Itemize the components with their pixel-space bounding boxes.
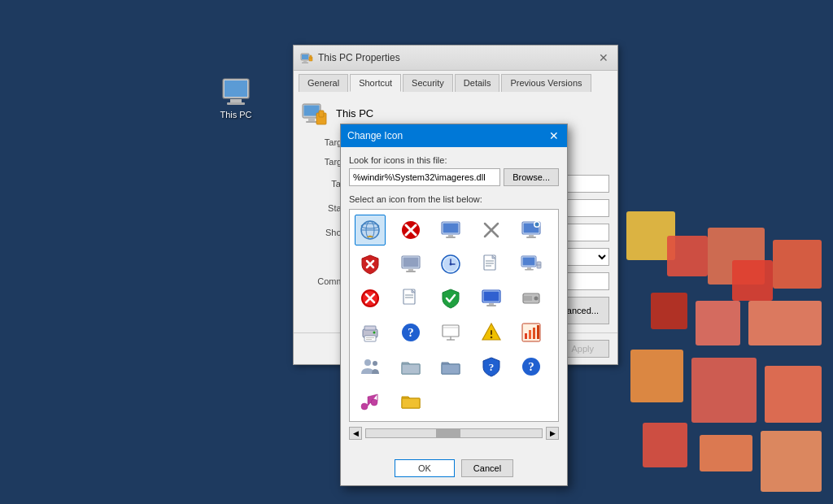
svg-rect-31 [529, 235, 534, 237]
icon-cell-monitor[interactable] [435, 215, 466, 245]
svg-rect-5 [302, 54, 308, 59]
decorative-square [696, 301, 740, 345]
icon-cell-red-circle-x[interactable] [355, 283, 386, 314]
dialog-file-label: Look for icons in this file: [349, 155, 559, 165]
icon-cell-document-blank[interactable] [395, 283, 426, 314]
svg-rect-75 [366, 337, 374, 338]
icon-cell-shield-green[interactable] [435, 283, 466, 314]
dialog-ok-button[interactable]: OK [395, 459, 455, 477]
decorative-square [643, 423, 687, 467]
tab-details[interactable]: Details [455, 74, 500, 92]
icon-cell-shield-red[interactable] [355, 249, 386, 280]
properties-close-button[interactable]: ✕ [596, 50, 611, 65]
decorative-square [630, 350, 683, 402]
icon-cell-help-blue[interactable]: ? [395, 317, 426, 348]
svg-rect-64 [483, 292, 499, 302]
svg-rect-32 [526, 237, 536, 238]
desktop-icon-label: This PC [220, 110, 251, 119]
dialog-close-button[interactable]: ✕ [547, 129, 560, 142]
properties-titlebar: This PC Properties ✕ [294, 46, 617, 71]
decorative-square [667, 236, 708, 276]
tab-security[interactable]: Security [403, 74, 453, 92]
svg-rect-9 [310, 55, 312, 59]
icon-cell-folder-open[interactable] [435, 351, 466, 382]
icon-cell-presentation[interactable] [435, 317, 466, 348]
icon-cell-music-note[interactable] [355, 385, 386, 416]
shortcut-name: This PC [336, 107, 373, 119]
icon-cell-monitor-gray[interactable] [395, 249, 426, 280]
icon-cell-users[interactable] [355, 351, 386, 382]
svg-rect-25 [448, 235, 453, 237]
tab-previous-versions[interactable]: Previous Versions [501, 74, 591, 92]
icon-cell-printer[interactable] [355, 317, 386, 348]
svg-text:?: ? [489, 361, 495, 373]
svg-point-68 [534, 297, 539, 301]
svg-rect-3 [227, 102, 245, 105]
svg-text:?: ? [529, 360, 535, 373]
svg-point-93 [373, 361, 377, 366]
scroll-right-arrow[interactable]: ▶ [546, 427, 559, 440]
icon-cell-help-shield[interactable]: ? [516, 351, 547, 382]
decorative-square [765, 366, 822, 423]
svg-rect-13 [306, 121, 317, 123]
scroll-track[interactable] [365, 428, 543, 438]
svg-rect-99 [402, 398, 420, 408]
svg-point-45 [450, 263, 452, 266]
svg-rect-52 [527, 267, 531, 269]
icon-cell-folder-yellow[interactable] [395, 385, 426, 416]
shortcut-header-icon [302, 100, 328, 126]
svg-rect-91 [537, 325, 539, 339]
svg-point-77 [373, 332, 376, 334]
desktop-icon-this-pc[interactable]: This PC [212, 77, 260, 119]
icon-cell-x-gray[interactable] [476, 215, 507, 245]
svg-rect-90 [533, 328, 535, 339]
icon-cell-warning-yellow[interactable] [476, 317, 507, 348]
change-icon-dialog: Change Icon ✕ Look for icons in this fil… [340, 124, 568, 486]
icon-cell-shield-blue[interactable]: ? [476, 351, 507, 382]
decorative-square [651, 293, 687, 329]
svg-rect-66 [486, 305, 496, 306]
icon-cell-red-x[interactable] [395, 215, 426, 245]
icon-cell-monitor-cable[interactable] [516, 249, 547, 280]
icon-grid-container: ??? [349, 209, 559, 422]
svg-rect-12 [308, 119, 315, 121]
decorative-square [773, 240, 822, 289]
svg-rect-7 [302, 63, 308, 64]
svg-rect-24 [443, 224, 459, 233]
svg-rect-38 [403, 258, 418, 267]
svg-rect-39 [408, 269, 413, 271]
icon-cell-network-pc[interactable] [516, 215, 547, 245]
dialog-file-input[interactable] [349, 168, 500, 186]
icon-cell-folder-gray[interactable] [395, 351, 426, 382]
svg-rect-1 [225, 80, 247, 97]
icon-grid: ??? [355, 215, 553, 416]
svg-rect-89 [529, 330, 531, 339]
scroll-left-arrow[interactable]: ◀ [349, 427, 362, 440]
dialog-browse-button[interactable]: Browse... [504, 168, 559, 186]
icon-cell-chart-bars[interactable] [516, 317, 547, 348]
icon-cell-clock-blue[interactable] [435, 249, 466, 280]
decorative-square [748, 301, 822, 345]
tab-shortcut[interactable]: Shortcut [350, 74, 401, 92]
svg-rect-76 [366, 339, 372, 340]
dialog-file-row: Browse... [349, 168, 559, 186]
svg-point-86 [490, 337, 492, 339]
icon-cell-monitor-blue[interactable] [476, 283, 507, 314]
scroll-thumb [436, 429, 460, 437]
icon-cell-globe-music[interactable] [355, 215, 386, 245]
svg-point-92 [364, 359, 371, 366]
dialog-cancel-button[interactable]: Cancel [461, 459, 513, 477]
svg-rect-51 [523, 258, 535, 266]
scrollbar-row: ◀ ▶ [349, 427, 559, 440]
tab-general[interactable]: General [299, 74, 348, 92]
svg-rect-53 [525, 269, 534, 271]
svg-rect-80 [443, 325, 459, 337]
dialog-icon-label: Select an icon from the list below: [349, 194, 559, 204]
svg-rect-6 [303, 61, 307, 63]
svg-rect-2 [230, 99, 242, 102]
decorative-square [700, 435, 752, 471]
dialog-footer: OK Cancel [341, 454, 567, 485]
icon-cell-document[interactable] [476, 249, 507, 280]
icon-cell-hard-drive[interactable] [516, 283, 547, 314]
properties-tabs: General Shortcut Security Details Previo… [294, 71, 617, 92]
